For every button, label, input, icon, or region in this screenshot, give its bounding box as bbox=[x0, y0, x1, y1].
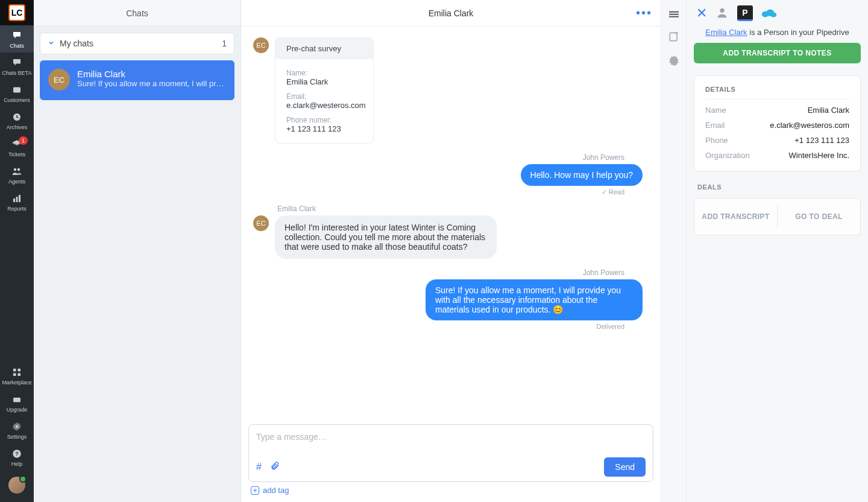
read-status: ✓ Read bbox=[253, 188, 624, 196]
close-icon[interactable]: ✕ bbox=[696, 5, 707, 21]
pipedrive-icon[interactable]: P bbox=[737, 5, 753, 21]
nav-help[interactable]: ? Help bbox=[0, 443, 34, 471]
send-button[interactable]: Send bbox=[604, 457, 646, 477]
menu-toggle-icon[interactable] bbox=[668, 10, 680, 21]
svg-text:?: ? bbox=[15, 451, 19, 457]
survey-heading: Pre-chat survey bbox=[275, 38, 373, 59]
svg-rect-9 bbox=[13, 373, 16, 376]
add-transcript-deal-button[interactable]: ADD TRANSCRIPT bbox=[694, 199, 777, 235]
filter-count: 1 bbox=[222, 39, 227, 48]
tickets-badge: 1 bbox=[19, 136, 28, 145]
svg-rect-6 bbox=[19, 195, 20, 202]
chat-card-name: Emilia Clark bbox=[77, 69, 225, 79]
attachment-icon[interactable] bbox=[270, 461, 280, 473]
detail-row-org: OrganizationWinterIsHere Inc. bbox=[705, 151, 849, 160]
conversation-panel: Emilia Clark ••• EC Pre-chat survey Name… bbox=[241, 0, 661, 502]
svg-rect-5 bbox=[16, 197, 18, 202]
chat-card-preview: Sure! If you allow me a moment, I will p… bbox=[77, 79, 225, 88]
agent-avatar[interactable] bbox=[8, 477, 25, 494]
agents-icon bbox=[10, 166, 24, 177]
archives-icon bbox=[10, 112, 24, 122]
gear-icon[interactable] bbox=[668, 54, 680, 68]
integration-person-link[interactable]: Emilia Clark bbox=[705, 28, 747, 37]
message-input[interactable] bbox=[256, 432, 646, 457]
svg-rect-0 bbox=[13, 87, 20, 93]
nav-tickets[interactable]: 1 Tickets bbox=[0, 134, 34, 161]
detail-row-phone: Phone+1 123 111 123 bbox=[705, 136, 849, 145]
person-icon[interactable] bbox=[715, 6, 729, 21]
add-tag-label: add tag bbox=[263, 486, 289, 495]
svg-rect-15 bbox=[669, 11, 679, 13]
survey-email-value: e.clark@westeros.com bbox=[286, 101, 362, 110]
detail-row-email: Emaile.clark@westeros.com bbox=[705, 121, 849, 130]
nav-chats-beta[interactable]: Chats BETA bbox=[0, 52, 34, 80]
deals-card: ADD TRANSCRIPT GO TO DEAL bbox=[694, 198, 861, 235]
reports-icon bbox=[10, 193, 24, 204]
salesforce-icon[interactable] bbox=[761, 8, 777, 19]
customer-avatar: EC bbox=[253, 215, 269, 231]
chat-card[interactable]: EC Emilia Clark Sure! If you allow me a … bbox=[40, 60, 234, 100]
chat-filled-icon bbox=[10, 30, 24, 41]
pre-chat-survey: Pre-chat survey Name: Emilia Clark Email… bbox=[275, 37, 374, 144]
message-composer: # Send bbox=[248, 424, 653, 482]
more-menu-icon[interactable]: ••• bbox=[636, 6, 652, 20]
upgrade-icon bbox=[10, 394, 24, 405]
hashtag-icon[interactable]: # bbox=[256, 462, 262, 472]
customer-sender-label: Emilia Clark bbox=[277, 205, 649, 213]
agent-message: Hello. How may I help you? bbox=[521, 164, 643, 186]
add-tag[interactable]: + add tag bbox=[248, 482, 653, 500]
agent-sender-label: John Powers bbox=[253, 153, 624, 162]
survey-name-value: Emilia Clark bbox=[286, 77, 362, 86]
conversation-header: Emilia Clark ••• bbox=[241, 0, 661, 27]
nav-upgrade[interactable]: Upgrade bbox=[0, 389, 34, 416]
svg-rect-4 bbox=[13, 199, 15, 202]
detail-row-name: NameEmilia Clark bbox=[705, 106, 849, 115]
integration-intro: Emilia Clark is a Person in your Pipedri… bbox=[694, 27, 861, 43]
survey-email-label: Email: bbox=[286, 92, 362, 101]
deals-heading: DEALS bbox=[697, 183, 861, 191]
details-heading: DETAILS bbox=[705, 86, 849, 100]
customer-message: Hello! I'm interested in your latest Win… bbox=[275, 215, 497, 259]
chevron-down-icon bbox=[48, 39, 55, 48]
svg-point-2 bbox=[14, 168, 17, 171]
details-card: DETAILS NameEmilia Clark Emaile.clark@we… bbox=[694, 75, 861, 171]
customer-avatar: EC bbox=[253, 37, 269, 53]
svg-rect-8 bbox=[18, 369, 21, 372]
nav-customers[interactable]: Customers bbox=[0, 80, 34, 107]
svg-rect-10 bbox=[18, 373, 21, 376]
conversation-title: Emilia Clark bbox=[429, 8, 474, 18]
nav-reports[interactable]: Reports bbox=[0, 188, 34, 215]
svg-rect-11 bbox=[13, 398, 20, 402]
survey-name-label: Name: bbox=[286, 69, 362, 77]
nav-chats[interactable]: Chats bbox=[0, 25, 34, 52]
svg-rect-16 bbox=[669, 14, 679, 15]
right-tool-strip bbox=[661, 0, 686, 502]
customers-icon bbox=[10, 84, 24, 95]
sidebar-nav: LC Chats Chats BETA Customers Archives 1 bbox=[0, 0, 34, 502]
chats-title: Chats bbox=[34, 0, 241, 27]
survey-phone-value: +1 123 111 123 bbox=[286, 124, 362, 133]
svg-rect-18 bbox=[670, 33, 677, 40]
filter-label: My chats bbox=[60, 39, 222, 48]
agent-message: Sure! If you allow me a moment, I will p… bbox=[426, 279, 643, 320]
svg-rect-17 bbox=[669, 16, 679, 17]
go-to-deal-button[interactable]: GO TO DEAL bbox=[778, 199, 860, 235]
chats-filter[interactable]: My chats 1 bbox=[40, 33, 234, 54]
app-logo[interactable]: LC bbox=[0, 0, 34, 25]
marketplace-icon bbox=[10, 367, 24, 378]
check-icon: ✓ bbox=[602, 188, 609, 195]
nav-agents[interactable]: Agents bbox=[0, 161, 34, 188]
nav-archives[interactable]: Archives bbox=[0, 107, 34, 134]
svg-point-23 bbox=[770, 12, 776, 17]
add-transcript-notes-button[interactable]: ADD TRANSCRIPT TO NOTES bbox=[694, 43, 861, 63]
nav-settings[interactable]: Settings bbox=[0, 416, 34, 443]
nav-marketplace[interactable]: Marketplace bbox=[0, 362, 34, 389]
survey-phone-label: Phone numer: bbox=[286, 116, 362, 124]
svg-point-20 bbox=[720, 8, 724, 12]
help-icon: ? bbox=[10, 448, 24, 459]
add-note-icon[interactable] bbox=[668, 31, 680, 45]
agent-sender-label: John Powers bbox=[253, 268, 624, 277]
plus-icon: + bbox=[251, 486, 259, 495]
settings-gear-icon bbox=[10, 421, 24, 432]
chat-card-avatar: EC bbox=[48, 69, 70, 91]
